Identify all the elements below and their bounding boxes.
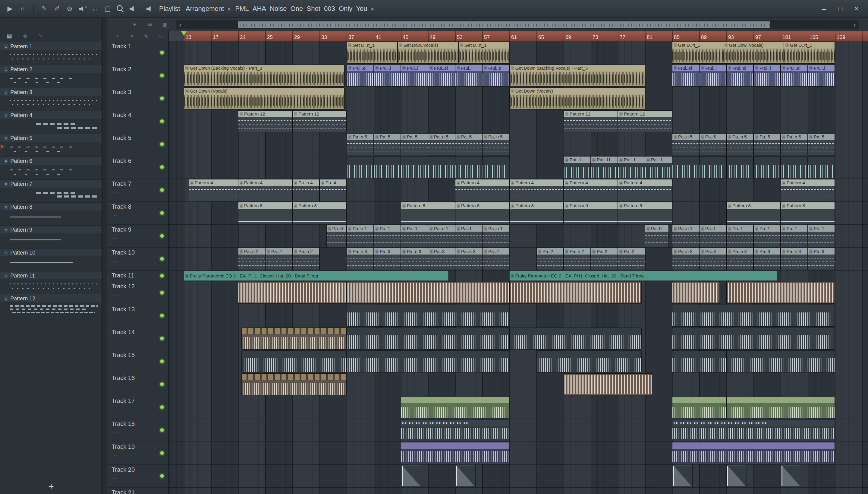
headphones-icon[interactable]: ∩ bbox=[18, 4, 28, 14]
clip[interactable]: ▸▸ ▸▸ ▸▸ ▸▸ ▸▸ ▸▸ ▸▸ ▸▸ ▸▸ ▸▸ bbox=[401, 419, 509, 441]
track-led[interactable] bbox=[160, 474, 164, 478]
track-header[interactable]: Track 4⋯ bbox=[107, 110, 168, 133]
clip[interactable]: ≡Pattern 12 bbox=[292, 110, 347, 132]
clip[interactable]: ≡Pa..n 1 bbox=[347, 225, 374, 247]
track-led[interactable] bbox=[160, 188, 164, 192]
delete-tool-icon[interactable]: ⊘ bbox=[64, 4, 75, 14]
track-header[interactable]: Track 1⋯ bbox=[107, 41, 168, 64]
track-header[interactable]: Track 14⋯ bbox=[107, 327, 168, 350]
clip[interactable]: ≡Pattern 9 bbox=[564, 202, 618, 224]
clip[interactable]: ≡Pattern 4 bbox=[189, 179, 238, 201]
clip[interactable] bbox=[241, 373, 347, 395]
clip[interactable]: ≡Frui..l bbox=[753, 64, 781, 87]
clip[interactable]: ≡Pa..4 bbox=[319, 179, 347, 201]
playlist-grid[interactable]: »Get D..rt_1»Get Dow..Vocals)»Get D..rt_… bbox=[169, 41, 868, 494]
clip[interactable]: ≡Pa..3 bbox=[808, 248, 835, 270]
clip[interactable]: »Get Dow..Vocals) bbox=[397, 42, 459, 64]
clip[interactable]: ≡Pattern 4 bbox=[564, 179, 618, 201]
clip[interactable]: ≡Pa..0 bbox=[327, 225, 347, 247]
add-pattern-button[interactable]: + bbox=[45, 481, 57, 492]
clip[interactable] bbox=[482, 156, 509, 178]
clip[interactable]: ▸▸ ▸▸ ▸▸ ▸▸ ▸▸ ▸▸ ▸▸ ▸▸ ▸▸ ▸▸ ▸▸ ▸▸ ▸▸ ▸… bbox=[672, 419, 835, 441]
track-header[interactable]: Track 11 bbox=[107, 270, 168, 281]
track-led[interactable] bbox=[160, 142, 164, 146]
overview-scrollbar-thumb[interactable] bbox=[238, 21, 770, 28]
clip[interactable] bbox=[672, 442, 835, 464]
minimize-icon[interactable]: – bbox=[817, 4, 831, 14]
clip[interactable]: ≡Pa..n 5 bbox=[726, 133, 753, 155]
clip[interactable]: »Get Down (Vocals) bbox=[184, 88, 344, 110]
clip[interactable]: ≡Pa..3 bbox=[699, 248, 726, 270]
clip[interactable] bbox=[672, 305, 835, 327]
clip[interactable]: ≡Pattern 8 bbox=[726, 202, 781, 224]
track-led[interactable] bbox=[160, 211, 164, 215]
clip[interactable] bbox=[726, 282, 835, 304]
clip[interactable]: ≡Pattern 12 bbox=[238, 110, 292, 132]
clip[interactable]: ≡Frui..l bbox=[808, 64, 835, 87]
paint-tool-icon[interactable]: ✐ bbox=[52, 4, 62, 14]
snap-magnet-icon[interactable]: + bbox=[131, 20, 139, 29]
clip[interactable]: ≡Frui..el bbox=[672, 64, 699, 87]
track-header[interactable]: Track 19⋯ bbox=[107, 442, 168, 465]
track-led[interactable] bbox=[160, 314, 164, 318]
pattern-item[interactable]: ≡Pattern 9 bbox=[0, 226, 102, 248]
clip[interactable]: ≡Pa..1 bbox=[401, 225, 428, 247]
clip[interactable]: ≈Fruity Parametric EQ 2 - EA_PH1_Closed_… bbox=[184, 271, 449, 281]
close-icon[interactable]: × bbox=[850, 4, 863, 14]
clip[interactable]: ≈Fruity Parametric EQ 2 - EA_PH1_Closed_… bbox=[509, 271, 777, 281]
clip[interactable]: »Get D..rt_1 bbox=[347, 42, 397, 64]
track-led[interactable] bbox=[160, 451, 164, 455]
track-header[interactable]: Track 16⋯ bbox=[107, 373, 168, 396]
clip[interactable] bbox=[509, 327, 642, 349]
clip[interactable]: ≡Pattern 8 bbox=[292, 202, 347, 224]
track-header[interactable]: Track 10⋯ bbox=[107, 248, 168, 270]
clip[interactable]: ≡Pa..0 bbox=[645, 225, 669, 247]
clip[interactable]: ≡Pattern 8 bbox=[781, 202, 835, 224]
clip[interactable]: ≡Frui..l bbox=[401, 64, 428, 87]
clip[interactable]: ≡Pa..n 3 bbox=[726, 248, 753, 270]
track-header[interactable]: Track 3⋯ bbox=[107, 87, 168, 110]
clip[interactable]: »Get D..rt_1 bbox=[672, 42, 723, 64]
clip[interactable]: ≡Pa..n 1 bbox=[482, 225, 509, 247]
clip[interactable]: ≡Pa..n 2 bbox=[292, 248, 319, 270]
view-grid-icon[interactable]: ▥ bbox=[161, 20, 169, 29]
track-led[interactable] bbox=[160, 428, 164, 432]
clip[interactable]: ≡Pattern 4 bbox=[455, 179, 509, 201]
track-header[interactable]: Track 18⋯ bbox=[107, 419, 168, 442]
clip[interactable] bbox=[672, 282, 720, 304]
playhead-marker[interactable] bbox=[181, 31, 186, 36]
scroll-right-icon[interactable]: › bbox=[851, 21, 859, 28]
stretch-icon[interactable]: ↔ bbox=[157, 33, 164, 40]
mute-tool-icon[interactable] bbox=[77, 4, 87, 14]
clip[interactable]: ≡Pa..n 3 bbox=[347, 248, 374, 270]
clip[interactable]: ≡Pa..1 bbox=[753, 225, 781, 247]
clip[interactable] bbox=[238, 282, 347, 304]
clip[interactable]: ≡Pa..1 bbox=[808, 225, 835, 247]
clip[interactable]: ≡Pattern 8 bbox=[401, 202, 455, 224]
clip[interactable]: ≡Pa..n 2 bbox=[238, 248, 265, 270]
clip[interactable]: »Get Down (Vocals) bbox=[509, 88, 645, 110]
track-header[interactable]: Track 7⋯ bbox=[107, 179, 168, 202]
clip[interactable]: ≡Pattern 8 bbox=[509, 202, 564, 224]
clip[interactable]: »Get Dow..Vocals) bbox=[723, 42, 784, 64]
draw-tool-icon[interactable]: ✎ bbox=[39, 4, 50, 14]
track-header[interactable]: Track 6⋯ bbox=[107, 156, 168, 179]
track-led[interactable] bbox=[160, 234, 164, 238]
clip[interactable] bbox=[455, 156, 482, 178]
track-led[interactable] bbox=[160, 119, 164, 124]
clip[interactable]: ≡Frui..e bbox=[482, 64, 509, 87]
clip[interactable] bbox=[781, 465, 801, 487]
clip[interactable] bbox=[672, 327, 835, 349]
clip[interactable]: ≡Pa..n 3 bbox=[781, 248, 808, 270]
clip[interactable]: ≡Pat..11 bbox=[591, 156, 618, 178]
clip[interactable]: ≡Pattern 8 bbox=[238, 202, 292, 224]
clip[interactable] bbox=[241, 327, 347, 349]
clip[interactable] bbox=[672, 156, 699, 178]
clip[interactable]: ≡Frui..el bbox=[726, 64, 753, 87]
clip[interactable]: ≡Pa..n 1 bbox=[672, 225, 699, 247]
clip[interactable]: ≡Pa..n 5 bbox=[672, 133, 699, 155]
timeline-ruler[interactable]: 1317212529333741454953576165697377818589… bbox=[169, 31, 868, 41]
cut-icon[interactable]: × bbox=[129, 33, 135, 40]
slide-link-icon[interactable]: ∞ bbox=[146, 20, 154, 29]
clip[interactable] bbox=[672, 350, 726, 373]
